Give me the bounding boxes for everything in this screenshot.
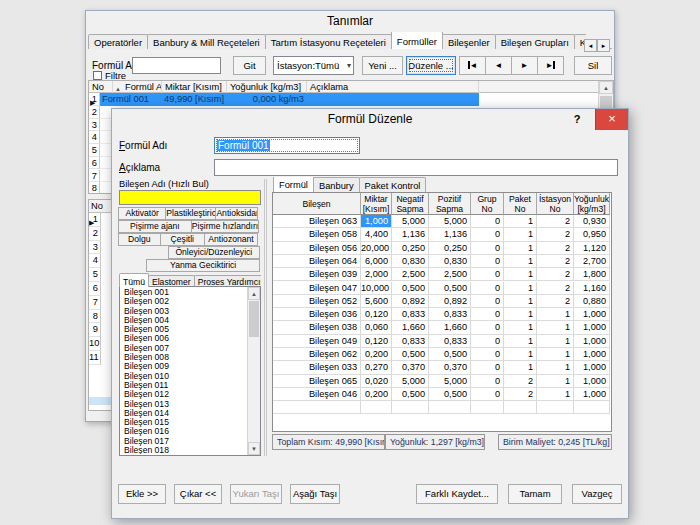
grid-column-header[interactable]: PozitifSapma [%] xyxy=(429,193,471,215)
grid-cell[interactable]: 0 xyxy=(471,361,504,374)
grid-cell[interactable]: Bileşen 064 xyxy=(273,255,361,268)
grid-cell[interactable]: 1,000 xyxy=(361,215,392,228)
grid-cell-empty[interactable] xyxy=(361,401,392,414)
grid-cell[interactable]: 0,833 xyxy=(429,335,471,348)
category-button[interactable]: Dolgu xyxy=(118,233,161,246)
tab-scroll-left-icon[interactable]: ◂ xyxy=(584,39,597,52)
formul-detail-tab[interactable]: Formül xyxy=(273,177,314,192)
grid-cell[interactable]: 5,600 xyxy=(361,295,392,308)
grid-cell[interactable]: 1 xyxy=(504,361,537,374)
grid-cell[interactable]: 0,500 xyxy=(392,388,429,401)
nav-next-button[interactable]: ► xyxy=(511,56,538,75)
grid-cell[interactable]: 20,000 xyxy=(361,242,392,255)
quick-find-input[interactable] xyxy=(119,190,261,205)
grid-cell[interactable]: 1 xyxy=(504,255,537,268)
grid-cell[interactable]: 1 xyxy=(504,228,537,241)
grid-cell[interactable]: Bileşen 065 xyxy=(273,375,361,388)
main-tab[interactable]: Operatörler xyxy=(88,34,148,49)
grid-cell[interactable]: 0 xyxy=(471,282,504,295)
duzenle-button[interactable]: Düzenle ... xyxy=(406,56,456,75)
grid-cell[interactable]: 1,000 xyxy=(574,335,610,348)
panel-splitter[interactable] xyxy=(264,179,267,456)
yeni-button[interactable]: Yeni ... xyxy=(362,56,403,75)
scrollbar-thumb[interactable] xyxy=(249,301,259,337)
main-window-titlebar[interactable]: Tanımlar xyxy=(86,11,614,32)
dialog-aciklama-input[interactable] xyxy=(214,159,618,176)
grid-cell[interactable]: 0,250 xyxy=(392,242,429,255)
grid-cell[interactable]: 1 xyxy=(504,268,537,281)
grid-cell[interactable]: 1,000 xyxy=(574,388,610,401)
grid-cell[interactable]: 0,830 xyxy=(429,255,471,268)
grid-cell[interactable]: 0 xyxy=(471,228,504,241)
grid-cell[interactable]: 0,500 xyxy=(429,348,471,361)
grid-cell[interactable]: 4,400 xyxy=(361,228,392,241)
grid-cell[interactable]: Bileşen 052 xyxy=(273,295,361,308)
grid-cell[interactable]: 1,000 xyxy=(574,375,610,388)
grid-cell[interactable]: Bileşen 056 xyxy=(273,242,361,255)
dialog-formul-adi-input[interactable]: Formül 001 xyxy=(214,137,360,154)
formul-adi-filter-input[interactable] xyxy=(132,57,221,74)
column-header[interactable]: Formül Adı▲ xyxy=(113,81,162,93)
grid-cell[interactable]: 0,370 xyxy=(392,361,429,374)
grid-cell[interactable]: 2,500 xyxy=(429,268,471,281)
grid-cell[interactable]: 1 xyxy=(504,215,537,228)
formul-components-grid[interactable]: BileşenMiktar[Kısım]NegatifSapma [%]Pozi… xyxy=(272,192,612,432)
grid-cell[interactable]: 0,500 xyxy=(392,348,429,361)
grid-cell[interactable]: 0 xyxy=(471,268,504,281)
grid-cell[interactable]: 0,892 xyxy=(429,295,471,308)
component-filter-tab[interactable]: Tümü xyxy=(119,273,149,287)
grid-column-header[interactable]: İstasyonNo xyxy=(537,193,574,215)
grid-cell[interactable]: 0 xyxy=(471,308,504,321)
filtre-checkbox[interactable] xyxy=(93,71,102,80)
category-button[interactable]: Çeşitli xyxy=(160,233,205,246)
main-tab[interactable]: Bileşen Grupları xyxy=(495,34,575,49)
grid-cell[interactable]: 0,880 xyxy=(574,295,610,308)
grid-cell[interactable]: 1 xyxy=(537,361,574,374)
grid-cell[interactable]: Bileşen 047 xyxy=(273,282,361,295)
grid-cell[interactable]: 2 xyxy=(504,375,537,388)
grid-cell[interactable]: 0,200 xyxy=(361,388,392,401)
grid-cell[interactable]: Bileşen 033 xyxy=(273,361,361,374)
grid-cell[interactable]: 0,830 xyxy=(392,255,429,268)
grid-cell[interactable]: 1,660 xyxy=(392,321,429,334)
grid-cell[interactable]: 0 xyxy=(471,335,504,348)
grid-cell[interactable]: 1,000 xyxy=(574,361,610,374)
nav-first-button[interactable]: ◄ xyxy=(459,56,486,75)
grid-cell[interactable]: 2 xyxy=(537,242,574,255)
category-button[interactable]: Pişirme ajanı xyxy=(118,220,192,233)
grid-cell[interactable]: 5,000 xyxy=(392,215,429,228)
asagi-tasi-button[interactable]: Aşağı Taşı xyxy=(290,484,340,504)
grid-cell-empty[interactable] xyxy=(537,401,574,414)
scroll-up-icon[interactable]: ▲ xyxy=(599,81,613,94)
grid-cell[interactable]: 1 xyxy=(504,282,537,295)
grid-column-header[interactable]: NegatifSapma [%] xyxy=(392,193,429,215)
grid-cell[interactable]: 2 xyxy=(537,255,574,268)
grid-column-header[interactable]: Miktar[Kısım] xyxy=(361,193,392,215)
grid-cell-empty[interactable] xyxy=(471,401,504,414)
grid-cell[interactable]: 1 xyxy=(537,335,574,348)
nav-prev-button[interactable]: ◄ xyxy=(485,56,512,75)
category-button[interactable]: Plastikleştirici xyxy=(165,207,216,220)
farkli-kaydet-button[interactable]: Farklı Kaydet... xyxy=(416,484,498,504)
category-button[interactable]: Önleyici/Düzenleyici xyxy=(168,246,260,259)
grid-cell[interactable]: 2 xyxy=(537,228,574,241)
main-tab[interactable]: Tartım İstasyonu Reçeteleri xyxy=(265,34,392,49)
grid-cell[interactable]: 0,250 xyxy=(429,242,471,255)
grid-cell[interactable]: 2,700 xyxy=(574,255,610,268)
grid-cell[interactable]: 0 xyxy=(471,215,504,228)
grid-cell[interactable]: 0 xyxy=(471,348,504,361)
grid-cell-empty[interactable] xyxy=(273,401,361,414)
grid-cell[interactable]: 0 xyxy=(471,255,504,268)
grid-cell-empty[interactable] xyxy=(429,401,471,414)
ekle-button[interactable]: Ekle >> xyxy=(118,484,166,504)
grid-cell[interactable]: 1 xyxy=(504,295,537,308)
tab-scroll-right-icon[interactable]: ▸ xyxy=(597,39,610,52)
grid-cell[interactable]: 0,120 xyxy=(361,335,392,348)
grid-column-header[interactable]: GrupNo xyxy=(471,193,504,215)
grid-cell[interactable]: 2 xyxy=(504,388,537,401)
grid-cell[interactable]: 0,500 xyxy=(429,388,471,401)
grid-cell-empty[interactable] xyxy=(574,401,610,414)
vazgec-button[interactable]: Vazgeç xyxy=(572,484,622,504)
grid-cell[interactable]: Bileşen 036 xyxy=(273,308,361,321)
grid-cell[interactable]: Bileşen 046 xyxy=(273,388,361,401)
